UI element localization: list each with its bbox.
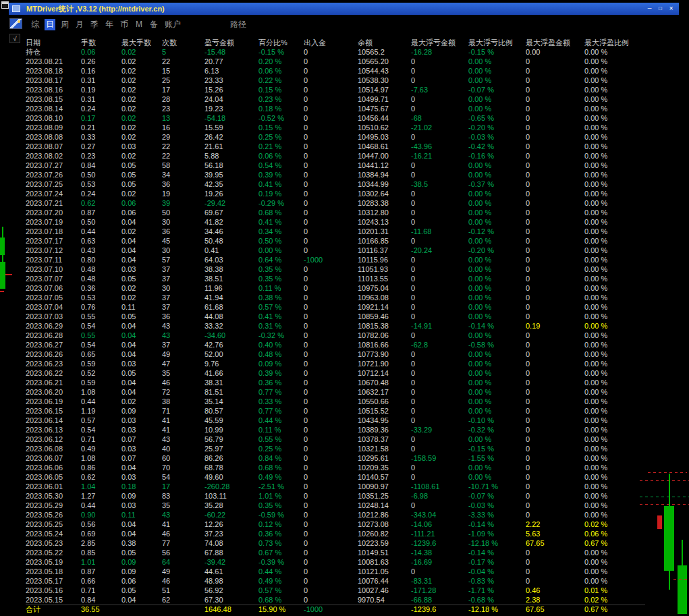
table-row[interactable]: 2023.06.151.190.097180.570.77 %010515.52… — [26, 406, 645, 416]
toolbar-item-币[interactable]: 币 — [119, 19, 130, 30]
table-row[interactable]: 2023.06.260.650.044952.000.48 %010773.90… — [26, 349, 645, 359]
toolbar-item-年[interactable]: 年 — [104, 19, 115, 30]
table-row[interactable]: 2023.05.240.690.044637.230.36 %010260.82… — [26, 529, 645, 538]
table-row[interactable]: 2023.07.270.840.055856.180.54 %010441.12… — [26, 161, 645, 170]
close-button[interactable]: ✕ — [667, 5, 676, 13]
path-button[interactable]: 路径 — [230, 19, 246, 30]
table-row[interactable]: 2023.07.260.500.053439.950.39 %010384.94… — [26, 170, 645, 179]
table-row[interactable]: 2023.07.110.800.045764.030.64 %-10001011… — [26, 255, 645, 264]
toolbar-item-日[interactable]: 日 — [45, 19, 55, 30]
table-row[interactable]: 2023.07.180.440.023634.460.34 %010201.31… — [26, 227, 645, 236]
table-row[interactable]: 2023.06.011.040.1817-260.28-2.51 %010090… — [26, 482, 645, 491]
table-row[interactable]: 2023.06.071.080.076086.260.84 %010295.61… — [26, 453, 645, 463]
table-row[interactable]: 2023.07.070.480.053738.510.35 %011013.55… — [26, 274, 645, 283]
check-button[interactable]: √ — [9, 34, 20, 43]
table-row[interactable]: 2023.05.170.660.064648.980.49 %010076.44… — [26, 576, 645, 586]
titlebar[interactable]: MTDriver统计 ,V3.12 (http://mtdriver.cn) ─… — [9, 3, 679, 15]
table-row[interactable]: 2023.07.050.530.023741.940.38 %010963.08… — [26, 293, 645, 302]
table-row[interactable]: 2023.06.280.550.0443-34.60-0.32 %010782.… — [26, 331, 645, 340]
cell-balance: 10090.97 — [358, 482, 411, 491]
restore-button[interactable]: □ — [656, 5, 665, 13]
chart-window-restore-icon[interactable] — [1, 1, 9, 9]
table-row[interactable]: 2023.06.290.540.044333.320.31 %010815.38… — [26, 321, 645, 331]
table-row[interactable]: 2023.07.120.430.04300.410.00 %010116.37-… — [26, 246, 645, 255]
toolbar-item-周[interactable]: 周 — [59, 19, 70, 30]
table-row[interactable]: 2023.05.290.440.033535.280.35 %010248.14… — [26, 501, 645, 510]
table-row[interactable]: 2023.05.260.900.1143-60.22-0.59 %010212.… — [26, 510, 645, 520]
table-row[interactable]: 2023.08.070.270.032221.610.21 %010468.61… — [26, 142, 645, 151]
window-menu-icon[interactable] — [12, 5, 20, 12]
cell-max_float_profit: 0 — [526, 170, 584, 179]
cell-max_float_profit: 0 — [526, 425, 584, 435]
table-row[interactable]: 2023.06.060.860.047068.780.68 %010209.35… — [26, 463, 645, 472]
column-header-max_lots: 最大手数 — [121, 38, 162, 47]
cell-inout: 0 — [304, 293, 358, 302]
table-row[interactable]: 2023.07.060.360.023011.960.11 %010975.04… — [26, 283, 645, 293]
cell-date: 2023.08.15 — [26, 94, 81, 104]
toolbar-item-备[interactable]: 备 — [148, 19, 159, 30]
table-row[interactable]: 2023.06.120.710.074356.790.55 %010378.37… — [26, 435, 645, 444]
table-row[interactable]: 2023.07.210.620.0639-29.42-0.29 %010283.… — [26, 198, 645, 208]
table-row[interactable]: 2023.05.301.270.0983103.111.01 %010351.2… — [26, 491, 645, 501]
table-row[interactable]: 2023.06.210.590.044638.310.36 %010670.48… — [26, 378, 645, 387]
cell-profit: 0.41 — [204, 246, 258, 255]
toolbar-item-综[interactable]: 综 — [30, 19, 40, 30]
table-row[interactable]: 2023.05.220.850.055667.880.67 %010149.51… — [26, 548, 645, 557]
table-row[interactable]: 2023.05.191.010.0964-39.42-0.39 %010081.… — [26, 557, 645, 567]
cell-date: 2023.05.24 — [26, 529, 81, 538]
table-row[interactable]: 2023.08.180.160.02156.130.06 %010544.430… — [26, 66, 645, 76]
table-row[interactable]: 2023.05.250.560.044112.260.12 %010273.08… — [26, 520, 645, 529]
table-row[interactable]: 2023.08.100.170.0213-54.18-0.52 %010456.… — [26, 113, 645, 123]
table-row[interactable]: 2023.06.201.080.047281.510.77 %010632.17… — [26, 387, 645, 397]
table-row[interactable]: 2023.05.180.870.094944.610.44 %010121.05… — [26, 567, 645, 576]
cell-inout: 0 — [304, 132, 358, 142]
table-row[interactable]: 2023.07.190.500.043041.820.41 %010243.13… — [26, 217, 645, 227]
table-row[interactable]: 持仓0.060.025-15.48-0.15 %010565.2-16.28-0… — [26, 47, 645, 57]
table-row[interactable]: 2023.07.030.550.053644.080.41 %010859.46… — [26, 312, 645, 321]
table-row[interactable]: 2023.08.020.230.02225.880.06 %010447.00-… — [26, 151, 645, 161]
table-row[interactable]: 2023.05.160.710.055156.920.57 %010027.46… — [26, 586, 645, 595]
table-row[interactable]: 2023.08.170.310.022523.330.22 %010538.30… — [26, 76, 645, 85]
cell-lots: 0.49 — [81, 444, 121, 453]
toolbar-item-月[interactable]: 月 — [74, 19, 85, 30]
table-row[interactable]: 2023.06.270.540.043742.760.40 %010816.66… — [26, 340, 645, 349]
table-row[interactable]: 2023.08.140.240.022319.230.18 %010475.67… — [26, 104, 645, 113]
table-row[interactable]: 2023.05.150.840.046267.300.68 %09970.54-… — [26, 595, 645, 605]
toolbar-item-M[interactable]: M — [134, 19, 144, 30]
table-row[interactable]: 2023.07.100.480.033738.380.35 %011051.93… — [26, 264, 645, 274]
table-row[interactable]: 2023.07.170.630.044550.480.50 %010166.85… — [26, 236, 645, 246]
table-row[interactable]: 2023.06.230.590.03479.760.09 %010721.900… — [26, 359, 645, 368]
cell-max_lots: 0.11 — [121, 302, 162, 312]
cell-percent: 0.25 % — [258, 444, 304, 453]
table-row[interactable]: 2023.06.130.540.034110.990.11 %010389.36… — [26, 425, 645, 435]
cell-percent: -0.39 % — [258, 557, 304, 567]
toolbar-item-季[interactable]: 季 — [89, 19, 100, 30]
table-row[interactable]: 2023.05.232.850.387774.080.73 %010223.59… — [26, 538, 645, 548]
table-row[interactable]: 2023.06.220.520.053541.660.39 %010712.14… — [26, 368, 645, 378]
table-row[interactable]: 2023.07.040.760.113761.680.57 %010921.14… — [26, 302, 645, 312]
cell-max_float_profit: 2.22 — [526, 520, 584, 529]
table-row[interactable]: 2023.07.200.870.065069.670.68 %010312.80… — [26, 208, 645, 217]
table-row[interactable]: 2023.08.090.210.021615.590.15 %010510.62… — [26, 123, 645, 132]
cell-count: 23 — [162, 104, 204, 113]
minimize-button[interactable]: ─ — [645, 5, 654, 13]
table-row[interactable]: 2023.07.250.530.053642.350.41 %010344.99… — [26, 179, 645, 189]
table-row[interactable]: 2023.07.240.240.021919.260.19 %010302.64… — [26, 189, 645, 198]
cell-count: 58 — [162, 161, 204, 170]
cell-balance: 10260.82 — [358, 529, 411, 538]
total-row[interactable]: 合计36.551646.4815.90 %-1000-1239.6-12.18 … — [26, 605, 645, 614]
table-row[interactable]: 2023.08.150.310.022824.040.23 %010499.71… — [26, 94, 645, 104]
mtdriver-logo-icon[interactable] — [9, 18, 22, 29]
table-row[interactable]: 2023.06.080.490.034025.970.25 %010321.58… — [26, 444, 645, 453]
cell-count: 46 — [162, 576, 204, 586]
table-row[interactable]: 2023.06.050.620.035449.600.49 %010140.57… — [26, 472, 645, 482]
table-row[interactable]: 2023.08.080.330.022926.420.25 %010495.03… — [26, 132, 645, 142]
cell-max_float_profit: 0 — [526, 66, 584, 76]
table-row[interactable]: 2023.06.140.570.034145.590.44 %010434.95… — [26, 416, 645, 425]
table-row[interactable]: 2023.08.160.190.021715.260.15 %010514.97… — [26, 85, 645, 94]
price-level-line — [640, 480, 689, 481]
table-row[interactable]: 2023.08.210.260.022220.770.20 %010565.20… — [26, 57, 645, 66]
cell-date: 2023.08.09 — [26, 123, 81, 132]
table-row[interactable]: 2023.06.190.440.023835.140.33 %010550.66… — [26, 397, 645, 406]
toolbar-item-账户[interactable]: 账户 — [163, 19, 182, 30]
